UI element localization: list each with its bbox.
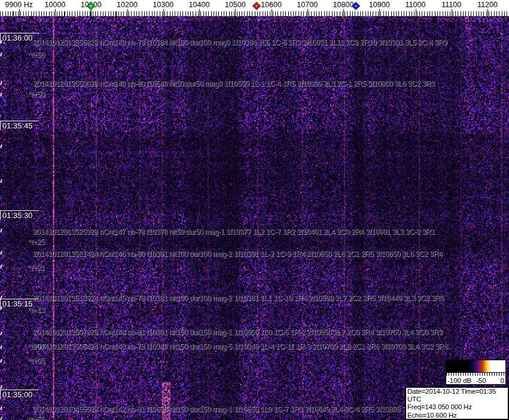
info-echo: Echo=10 600 Hz — [407, 412, 507, 419]
frequency-label: 10700 — [297, 1, 318, 9]
time-label: 01:35:15 — [0, 299, 33, 308]
frequency-major-tick — [19, 9, 20, 16]
frequency-major-tick — [416, 9, 416, 16]
detection-log-row: 20141012013525328 hCnt147 nb-78 f10378 h… — [33, 228, 435, 236]
status-info-box: Date=2014-10-12 Time=01:35 UTC Freq=143 … — [405, 387, 509, 420]
frequency-label: 10500 — [225, 1, 246, 9]
frequency-major-tick — [487, 9, 488, 16]
time-offset-marker: ^t+55 — [28, 415, 45, 420]
info-date-time: Date=2014-10-12 Time=01:35 UTC — [407, 388, 507, 403]
frequency-label: 9900 Hz — [5, 1, 33, 9]
frequency-label: 10000 — [45, 1, 66, 9]
time-label: 01:35:30 — [0, 211, 33, 220]
time-label: 01:35:45 — [0, 121, 33, 130]
detection-log-row: 20141012013556828 hCnt149 nb-79 f10384 h… — [33, 38, 447, 47]
scale-label-mid: -50 — [476, 377, 486, 384]
frequency-major-tick — [235, 9, 236, 16]
frequency-major-tick — [343, 9, 344, 16]
detection-log-row: 20141012013521424 hCnt146 nb-80 f10391 h… — [33, 250, 443, 258]
frequency-label: 11100 — [441, 1, 461, 9]
scale-label-max: 0 — [501, 377, 504, 384]
time-label: 01:36:00 — [0, 33, 33, 42]
detection-log-row: 20141012013550028 hCnt148 nb-80 f10549 h… — [33, 79, 435, 88]
frequency-label: 10200 — [117, 1, 138, 9]
frequency-label: 10800 — [333, 1, 354, 9]
frequency-label: 10300 — [153, 1, 173, 9]
frequency-label: 11200 — [477, 1, 498, 9]
time-label: 01:35:00 — [0, 390, 33, 399]
time-offset-marker: ^t+05 — [28, 357, 45, 365]
spectrogram-display — [0, 16, 509, 420]
time-offset-marker: ^t+56 — [28, 51, 45, 59]
color-gradient-bar — [446, 360, 506, 373]
detection-log-row: 20141012013455528 hCnt142 nb-81 f10650 h… — [33, 405, 428, 413]
frequency-major-tick — [307, 9, 308, 16]
color-scale-ruler: -100 dB -50 0 — [446, 373, 506, 385]
frequency-axis: 9900 Hz100001010010200103001040010500106… — [0, 0, 509, 16]
frequency-label: 10400 — [189, 1, 210, 9]
frequency-major-tick — [272, 9, 272, 16]
frequency-major-tick — [199, 9, 200, 16]
frequency-major-tick — [452, 9, 452, 16]
frequency-major-tick — [127, 9, 128, 16]
marker-red-diamond-icon[interactable] — [254, 2, 260, 9]
frequency-label: 10900 — [369, 1, 390, 9]
info-frequency: Freq=143 050 000 Hz — [407, 403, 507, 411]
frequency-major-tick — [379, 9, 380, 16]
frequency-minor-ticks — [0, 11, 509, 16]
frequency-major-tick — [91, 9, 92, 16]
color-scale-ticks — [446, 373, 505, 376]
frequency-major-tick — [163, 9, 164, 16]
time-offset-marker: ^t+21 — [28, 263, 45, 272]
frequency-label: 10600 — [261, 1, 282, 9]
frequency-label: 11000 — [406, 1, 426, 9]
spectrogram-window: 9900 Hz100001010010200103001040010500106… — [0, 0, 509, 420]
detection-log-row: 20141012013507828 hCnt144 nb-81 f10301 h… — [33, 328, 443, 336]
time-offset-marker: ^t+50 — [28, 90, 45, 99]
scale-label-min: -100 dB — [447, 377, 471, 384]
frequency-major-tick — [55, 9, 56, 16]
detection-log-row: 20141012013513924 hCnt145 nb-78 f10381 h… — [33, 294, 444, 302]
time-offset-marker: ^t+25 — [28, 238, 45, 246]
intensity-color-scale: -100 dB -50 0 — [446, 360, 506, 385]
detection-log-row: 20141012013505424 hCnt143 nb-78 f10349 h… — [33, 342, 448, 351]
